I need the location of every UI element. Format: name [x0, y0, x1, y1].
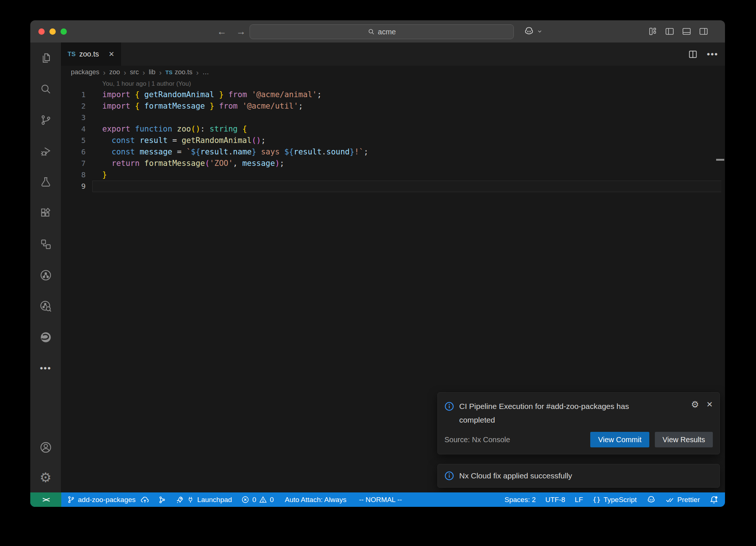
close-notification-icon[interactable]: ✕ — [706, 400, 713, 409]
close-tab-icon[interactable]: ✕ — [109, 50, 114, 58]
code-line[interactable]: 7 return formatMessage('ZOO', message); — [61, 158, 725, 169]
nx-graph-item[interactable] — [158, 496, 166, 504]
notifications-bell-item[interactable] — [709, 495, 718, 504]
ts-file-icon: TS — [68, 51, 76, 58]
breadcrumb-item-zoo[interactable]: zoo — [109, 68, 120, 76]
auto-attach-item[interactable]: Auto Attach: Always — [285, 496, 347, 504]
more-actions-icon[interactable]: ••• — [707, 49, 718, 59]
warnings-icon — [259, 496, 267, 504]
copilot-menu[interactable] — [523, 20, 543, 42]
breadcrumb-item-lib[interactable]: lib — [149, 68, 155, 76]
breadcrumb-separator-icon: › — [142, 68, 145, 76]
breadcrumb-item-packages[interactable]: packages — [71, 68, 99, 76]
breadcrumb-separator-icon: › — [196, 68, 199, 76]
notification-message: CI Pipeline Execution for #add-zoo-packa… — [459, 399, 663, 427]
publish-cloud-icon — [141, 495, 149, 504]
line-number: 1 — [61, 89, 86, 100]
toggle-secondary-sidebar-icon[interactable] — [698, 26, 709, 37]
vim-mode-item[interactable]: -- NORMAL -- — [359, 496, 402, 504]
code-line[interactable]: 6 const message = `${result.name} says $… — [61, 146, 725, 158]
activitybar-item-extensions[interactable] — [30, 198, 61, 229]
activitybar-item-settings[interactable]: ⚙ — [30, 463, 61, 492]
code-line[interactable]: 5 const result = getRandomAnimal(); — [61, 135, 725, 146]
formatter-item[interactable]: Prettier — [666, 495, 700, 504]
bell-icon — [709, 495, 718, 504]
customize-layout-icon[interactable] — [647, 26, 658, 37]
screen: ← → acme — [0, 0, 756, 546]
copilot-icon — [523, 26, 535, 37]
view-results-button[interactable]: View Results — [655, 432, 713, 447]
indentation-item[interactable]: Spaces: 2 — [505, 496, 536, 504]
toggle-primary-sidebar-icon[interactable] — [664, 26, 675, 37]
code-line[interactable]: 4export function zoo(): string { — [61, 123, 725, 135]
account-icon — [39, 441, 52, 454]
remote-indicator[interactable]: >< — [30, 492, 61, 507]
notification-nx-cloud-fix: Nx Cloud fix applied successfully — [437, 464, 720, 488]
code-line[interactable]: 3 — [61, 112, 725, 123]
status-bar: >< add-zoo-packages — [30, 492, 725, 507]
activitybar-item-nx-cloud[interactable] — [30, 291, 61, 322]
back-button[interactable]: ← — [217, 26, 227, 37]
breadcrumb-item-src[interactable]: src — [130, 68, 139, 76]
launchpad-label: Launchpad — [197, 496, 232, 504]
breadcrumb-item--[interactable]: … — [202, 68, 209, 76]
encoding-item[interactable]: UTF-8 — [545, 496, 565, 504]
braces-icon: {} — [592, 496, 601, 504]
chevron-down-icon — [537, 28, 543, 34]
tab-zoo-ts[interactable]: TS zoo.ts ✕ — [61, 42, 121, 66]
traffic-lights — [38, 20, 67, 42]
code-line[interactable]: 1import { getRandomAnimal } from '@acme/… — [61, 89, 725, 100]
zoom-window-button[interactable] — [61, 28, 67, 35]
toggle-panel-icon[interactable] — [681, 26, 692, 37]
more-icon: ••• — [40, 363, 51, 373]
beaker-icon — [39, 176, 52, 188]
notification-settings-icon[interactable]: ⚙ — [691, 400, 699, 409]
activitybar-item-search[interactable] — [30, 74, 61, 105]
git-branch-icon — [67, 496, 75, 504]
activitybar-item-nx-console[interactable] — [30, 260, 61, 291]
minimize-window-button[interactable] — [49, 28, 56, 35]
line-number: 4 — [61, 123, 86, 135]
activitybar-item-run-and-debug[interactable] — [30, 136, 61, 167]
breadcrumb-separator-icon: › — [103, 68, 106, 76]
close-window-button[interactable] — [38, 28, 45, 35]
extensions-icon — [39, 207, 52, 219]
tab-label: zoo.ts — [79, 50, 99, 58]
code-line[interactable]: 9 — [61, 181, 725, 192]
activitybar-item-testing[interactable] — [30, 167, 61, 198]
ts-file-icon: TS — [165, 69, 172, 75]
search-icon — [39, 83, 52, 95]
project-graph-icon — [39, 238, 52, 250]
activitybar-item-edge-browser[interactable] — [30, 322, 61, 353]
activitybar-item-source-control[interactable] — [30, 105, 61, 136]
activitybar-item-more[interactable]: ••• — [30, 353, 61, 384]
eol-item[interactable]: LF — [575, 496, 583, 504]
branch-item[interactable]: add-zoo-packages — [67, 495, 149, 504]
code-lines: 1import { getRandomAnimal } from '@acme/… — [61, 89, 725, 192]
code-line[interactable]: 8} — [61, 169, 725, 181]
branch-name: add-zoo-packages — [78, 496, 135, 504]
gitlens-blame: You, 1 hour ago | 1 author (You) — [61, 78, 725, 89]
split-editor-icon[interactable] — [688, 49, 698, 59]
breadcrumb-separator-icon: › — [124, 68, 126, 76]
problems-item[interactable]: 0 0 — [241, 496, 274, 504]
double-check-icon — [666, 495, 674, 504]
code-line[interactable]: 2import { formatMessage } from '@acme/ut… — [61, 100, 725, 112]
rocket-icon — [176, 496, 184, 504]
activitybar-item-explorer[interactable] — [30, 42, 61, 74]
forward-button[interactable]: → — [236, 26, 246, 37]
notification-ci-pipeline: CI Pipeline Execution for #add-zoo-packa… — [437, 392, 720, 454]
copilot-status-item[interactable] — [646, 495, 656, 505]
breadcrumb-item-zoo-ts[interactable]: TSzoo.ts — [165, 68, 192, 76]
command-center-search[interactable]: acme — [250, 24, 514, 39]
line-number: 3 — [61, 112, 86, 123]
encoding-label: UTF-8 — [545, 496, 565, 504]
view-commit-button[interactable]: View Commit — [590, 432, 649, 447]
activitybar-item-project-graph[interactable] — [30, 229, 61, 260]
vscode-window: ← → acme — [30, 20, 725, 507]
language-item[interactable]: {} TypeScript — [592, 496, 636, 504]
launchpad-item[interactable]: Launchpad — [176, 496, 232, 504]
notification-message: Nx Cloud fix applied successfully — [459, 471, 572, 480]
activitybar-item-accounts[interactable] — [30, 432, 61, 463]
notifications: CI Pipeline Execution for #add-zoo-packa… — [437, 392, 720, 488]
